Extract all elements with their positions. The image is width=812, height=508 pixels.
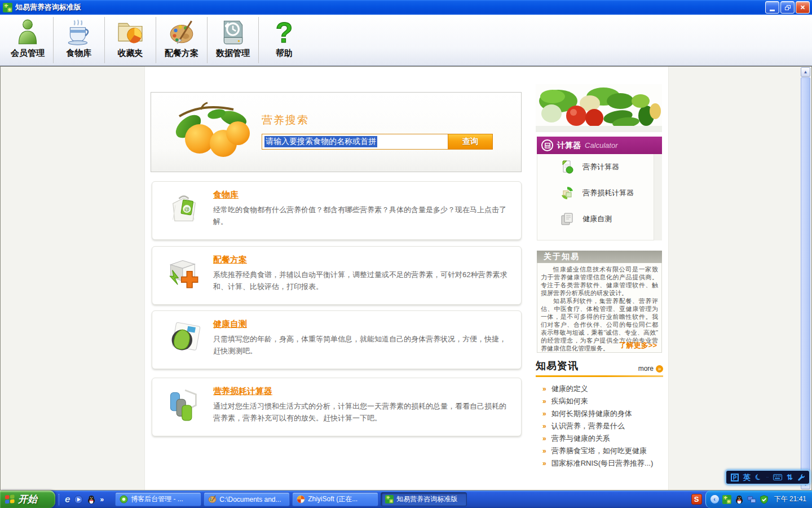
news-panel: 知易资讯 more» »健康的定义 »疾病如何来 »如何长期保持健康的身体 »认…: [536, 359, 663, 470]
tray-shield-icon[interactable]: [760, 495, 769, 504]
news-item[interactable]: »认识营养，营养是什么: [536, 420, 663, 432]
toolbar-food-library[interactable]: 食物库: [54, 15, 104, 65]
ime-mode-toggle[interactable]: 英: [743, 472, 751, 483]
start-button[interactable]: 开始: [0, 491, 55, 508]
soft-keyboard-icon[interactable]: [773, 474, 782, 480]
feature-description: 通过对您生活习惯和生活方式的分析，计算出您一天营养素的损耗的总量，看看自己损耗的…: [213, 400, 511, 424]
svg-text:@: @: [184, 206, 189, 212]
feature-link-health-selftest[interactable]: 健康自测: [213, 319, 247, 330]
taskbar-window-label: C:\Documents and...: [219, 496, 281, 503]
quick-launch-overflow-chevron[interactable]: »: [100, 496, 104, 503]
bullet-arrow-icon: »: [542, 410, 546, 418]
news-item[interactable]: »营养与健康的关系: [536, 432, 663, 445]
search-row: 请输入要搜索食物的名称或首拼 查询: [262, 134, 493, 150]
window-title: 知易营养咨询标准版: [15, 2, 764, 12]
health-test-icon: [167, 320, 201, 355]
taskbar-window-documents[interactable]: C:\Documents and...: [204, 492, 290, 506]
feature-link-food-library[interactable]: 食物库: [213, 190, 239, 200]
home-page: 营养搜索 请输入要搜索食物的名称或首拼 查询 @ 食物库 经常吃的食物都有什么营…: [144, 67, 669, 490]
ime-language-bar: P 英 ☾ ∙∙ ⇅: [725, 470, 810, 485]
feature-link-meal-plan[interactable]: 配餐方案: [213, 255, 247, 265]
calculator-panel-body: 营养计算器 营养损耗计算器 健康自测: [537, 154, 654, 240]
application-window: 知易营养咨询标准版 ✕ 会员管理 食物库 收藏夹 配餐方案 数据管理: [0, 0, 812, 508]
food-library-icon: [65, 18, 93, 46]
taskbar-window-zhiyisoft-setup[interactable]: ZhiyiSoft (正在...: [292, 492, 378, 506]
arrow-up-icon: ▲: [804, 69, 808, 75]
news-item[interactable]: »如何长期保持健康的身体: [536, 408, 663, 420]
news-item[interactable]: »营养膳食宝塔，如何吃更健康: [536, 445, 663, 457]
news-panel-title: 知易资讯: [536, 359, 638, 373]
more-arrow-icon: »: [656, 365, 663, 373]
toolbar-label: 食物库: [67, 48, 92, 59]
bullet-arrow-icon: »: [542, 397, 546, 405]
nutrition-search-panel: 营养搜索 请输入要搜索食物的名称或首拼 查询: [151, 92, 522, 172]
quick-launch: e »: [59, 494, 108, 505]
tray-zhiyi-icon[interactable]: [722, 495, 731, 504]
scrollbar-thumb[interactable]: [801, 77, 810, 472]
sogou-s-icon[interactable]: S: [691, 494, 702, 505]
tray-qq-icon[interactable]: [735, 495, 744, 504]
calc-item-loss-calculator[interactable]: 营养损耗计算器: [537, 180, 654, 206]
tray-clock[interactable]: 下午 21:41: [774, 494, 806, 504]
ime-method-icon[interactable]: P: [731, 474, 739, 481]
vegetables-image: [536, 84, 662, 132]
taskbar-window-blog[interactable]: 博客后台管理 - ...: [115, 492, 201, 506]
feature-link-loss-calculator[interactable]: 营养损耗计算器: [213, 386, 272, 397]
news-item-text: 营养与健康的关系: [551, 433, 610, 444]
feature-description: 只需填写您的年龄，身高，体重等简单信息，就能知道自己的身体营养状况，方便，快捷，…: [213, 333, 511, 357]
internet-explorer-icon[interactable]: e: [65, 494, 70, 505]
calculator-panel-subtitle: Calculator: [585, 141, 618, 150]
tray-network-icon[interactable]: [747, 495, 756, 504]
news-more-label: more: [638, 365, 654, 373]
news-more-link[interactable]: more»: [638, 365, 663, 373]
feature-food-library: @ 食物库 经常吃的食物都有什么营养价值？都含有哪些营养素？具体的含量是多少？现…: [152, 181, 522, 240]
taskbar: 开始 e » 博客后台管理 - ... C:\Documents and... …: [0, 491, 812, 508]
toolbar: 会员管理 食物库 收藏夹 配餐方案 数据管理 ? 帮助: [0, 15, 812, 66]
wrench-icon[interactable]: [797, 474, 805, 481]
feature-loss-calculator: 营养损耗计算器 通过对您生活习惯和生活方式的分析，计算出您一天营养素的损耗的总量…: [152, 378, 522, 436]
scroll-up-button[interactable]: ▲: [801, 67, 810, 77]
taskbar-window-zhiyi-app[interactable]: 知易营养咨询标准版: [381, 492, 467, 506]
news-item-text: 疾病如何来: [551, 396, 588, 406]
toolbar-help[interactable]: ? 帮助: [259, 15, 310, 65]
toolbar-label: 会员管理: [11, 48, 45, 59]
search-button[interactable]: 查询: [448, 134, 493, 150]
minimize-button[interactable]: [765, 1, 779, 14]
calc-item-nutrition-calculator[interactable]: 营养计算器: [537, 154, 654, 180]
windows-flag-icon: [5, 494, 15, 505]
tray-collapse-chevron[interactable]: ‹: [710, 495, 719, 503]
restore-button[interactable]: [780, 1, 795, 14]
media-player-icon[interactable]: [74, 495, 83, 504]
bullet-arrow-icon: »: [542, 447, 546, 455]
feature-description: 经常吃的食物都有什么营养价值？都含有哪些营养素？具体的含量是多少？现在马上点击了…: [213, 204, 511, 227]
toolbar-member-management[interactable]: 会员管理: [2, 15, 53, 65]
about-panel-title: 关于知易: [537, 251, 662, 263]
ime-separator-dots: ∙∙: [766, 475, 769, 480]
qq-penguin-icon[interactable]: [87, 495, 96, 504]
toolbar-favorites[interactable]: 收藏夹: [105, 15, 156, 65]
bullet-arrow-icon: »: [542, 422, 546, 430]
toolbar-meal-plan[interactable]: 配餐方案: [156, 15, 207, 65]
start-label: 开始: [18, 493, 37, 506]
vertical-scrollbar[interactable]: ▲ ▼: [801, 67, 810, 489]
feature-meal-plan: 配餐方案 系统推荐经典食谱，并辅以自动平衡计算，调整过量或不足的营养素，可针对6…: [152, 246, 522, 305]
calculator-panel-title: 计算器: [557, 141, 581, 151]
about-paragraph: 恒康盛业信息技术有限公司是一家致力于营养健康管理信息化的产品提供商。专注于各类营…: [541, 265, 658, 297]
search-input[interactable]: 请输入要搜索食物的名称或首拼: [262, 134, 448, 150]
close-button[interactable]: ✕: [796, 1, 810, 14]
about-more-link[interactable]: 了解更多>>: [619, 340, 657, 351]
calc-item-health-selftest[interactable]: 健康自测: [537, 206, 654, 232]
news-item[interactable]: »健康的定义: [536, 383, 663, 395]
calculator-panel: 计算器 Calculator 营养计算器 营养损耗计算器 健康自测: [537, 137, 662, 240]
news-underline-bar: [536, 375, 663, 377]
news-item[interactable]: »疾病如何来: [536, 395, 663, 408]
oranges-image: [167, 99, 257, 159]
svg-text:?: ?: [276, 18, 293, 46]
halfwidth-moon-icon[interactable]: ☾: [753, 472, 763, 483]
news-item[interactable]: »国家标准RNIS(每日营养推荐...): [536, 457, 663, 470]
news-item-text: 健康的定义: [551, 384, 588, 394]
about-panel-body: 恒康盛业信息技术有限公司是一家致力于营养健康管理信息化的产品提供商。专注于各类营…: [537, 263, 662, 353]
toolbar-label: 数据管理: [216, 48, 250, 59]
toolbar-data-management[interactable]: 数据管理: [208, 15, 258, 65]
toolbar-switch-icon[interactable]: ⇅: [787, 473, 793, 481]
